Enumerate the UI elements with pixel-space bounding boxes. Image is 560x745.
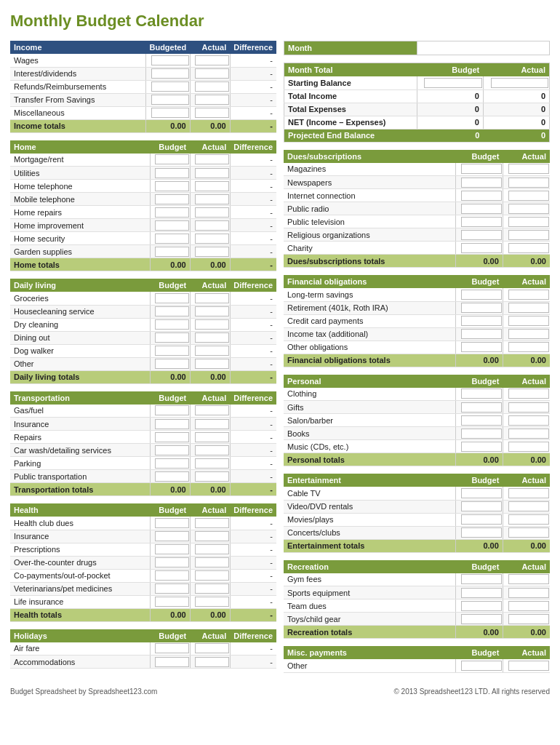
budget-input-cell[interactable] [456, 613, 503, 626]
budget-input[interactable] [195, 154, 229, 164]
budget-input[interactable] [155, 194, 189, 204]
budget-input[interactable] [508, 442, 549, 452]
budget-input[interactable] [508, 402, 549, 413]
budget-input[interactable] [461, 191, 501, 201]
budget-input-cell[interactable] [150, 154, 190, 167]
budget-input[interactable] [155, 445, 189, 455]
budget-input[interactable] [155, 405, 189, 415]
budget-input-cell[interactable] [190, 167, 230, 180]
budget-input[interactable] [195, 570, 229, 581]
budget-input-cell[interactable] [456, 586, 503, 599]
budget-input-cell[interactable] [190, 582, 230, 595]
budget-input[interactable] [195, 319, 229, 330]
budget-input[interactable] [195, 518, 229, 528]
budget-input[interactable] [155, 583, 189, 594]
budget-input-cell[interactable] [190, 292, 230, 305]
budget-input-cell[interactable] [503, 599, 550, 613]
budget-input[interactable] [155, 544, 189, 554]
budget-input-cell[interactable] [145, 54, 190, 67]
budget-input-cell[interactable] [150, 569, 190, 582]
budget-input-cell[interactable] [456, 163, 503, 176]
budget-input-cell[interactable] [503, 288, 550, 301]
budget-input-cell[interactable] [190, 54, 230, 67]
budget-input[interactable] [508, 164, 549, 174]
budget-input[interactable] [155, 531, 189, 541]
budget-input[interactable] [461, 574, 501, 584]
budget-input[interactable] [151, 55, 189, 65]
budget-input-cell[interactable] [150, 180, 190, 193]
budget-input-cell[interactable] [190, 569, 230, 582]
budget-input-cell[interactable] [190, 556, 230, 569]
budget-input[interactable] [155, 181, 189, 191]
budget-input-cell[interactable] [456, 599, 503, 613]
budget-input[interactable] [195, 247, 229, 257]
budget-input-cell[interactable] [150, 318, 190, 331]
budget-input[interactable] [508, 588, 549, 598]
budget-input-cell[interactable] [503, 314, 550, 327]
budget-input[interactable] [155, 643, 189, 653]
budget-input[interactable] [195, 445, 229, 455]
budget-input[interactable] [195, 293, 229, 303]
budget-input[interactable] [195, 597, 229, 607]
budget-input-cell[interactable] [190, 318, 230, 331]
budget-input-cell[interactable] [503, 401, 550, 414]
budget-input-cell[interactable] [503, 340, 550, 354]
budget-input[interactable] [508, 389, 549, 399]
budget-input[interactable] [155, 332, 189, 343]
budget-input-cell[interactable] [503, 202, 550, 215]
budget-input-cell[interactable] [456, 388, 503, 401]
budget-input[interactable] [155, 154, 189, 164]
budget-input[interactable] [508, 230, 549, 240]
budget-input-cell[interactable] [456, 189, 503, 202]
budget-input-cell[interactable] [456, 314, 503, 327]
budget-input-cell[interactable] [150, 556, 190, 569]
budget-input-cell[interactable] [456, 401, 503, 414]
budget-input[interactable] [508, 204, 549, 214]
budget-input[interactable] [508, 342, 549, 352]
budget-input-cell[interactable] [190, 405, 230, 418]
budget-input[interactable] [461, 514, 501, 525]
budget-input[interactable] [508, 316, 549, 326]
starting-balance-actual[interactable] [483, 76, 549, 89]
budget-input[interactable] [195, 207, 229, 218]
budget-input-cell[interactable] [150, 582, 190, 595]
budget-input[interactable] [508, 661, 549, 671]
budget-input[interactable] [151, 81, 189, 92]
budget-input-cell[interactable] [190, 232, 230, 245]
budget-input[interactable] [155, 557, 189, 567]
budget-input[interactable] [155, 346, 189, 356]
budget-input[interactable] [155, 234, 189, 244]
budget-input[interactable] [508, 488, 549, 498]
starting-balance-actual-input[interactable] [491, 78, 548, 88]
budget-input[interactable] [195, 643, 229, 653]
budget-input-cell[interactable] [150, 167, 190, 180]
budget-input[interactable] [195, 419, 229, 429]
budget-input-cell[interactable] [150, 418, 190, 431]
budget-input-cell[interactable] [456, 659, 503, 672]
budget-input-cell[interactable] [456, 288, 503, 301]
budget-input[interactable] [195, 194, 229, 204]
budget-input-cell[interactable] [150, 656, 190, 669]
budget-input-cell[interactable] [503, 327, 550, 340]
budget-input-cell[interactable] [190, 344, 230, 357]
budget-input-cell[interactable] [456, 215, 503, 228]
budget-input-cell[interactable] [456, 526, 503, 539]
budget-input[interactable] [461, 204, 501, 214]
budget-input-cell[interactable] [503, 440, 550, 453]
budget-input-cell[interactable] [190, 656, 230, 669]
budget-input[interactable] [195, 306, 229, 316]
budget-input-cell[interactable] [503, 526, 550, 539]
budget-input[interactable] [461, 402, 501, 413]
budget-input[interactable] [508, 514, 549, 525]
budget-input[interactable] [508, 574, 549, 584]
budget-input-cell[interactable] [150, 405, 190, 418]
budget-input-cell[interactable] [503, 176, 550, 189]
budget-input-cell[interactable] [190, 93, 230, 106]
budget-input-cell[interactable] [456, 176, 503, 189]
budget-input-cell[interactable] [456, 427, 503, 440]
budget-input-cell[interactable] [150, 543, 190, 556]
budget-input-cell[interactable] [503, 586, 550, 599]
budget-input[interactable] [461, 329, 501, 339]
budget-input-cell[interactable] [190, 457, 230, 470]
budget-input[interactable] [155, 293, 189, 303]
